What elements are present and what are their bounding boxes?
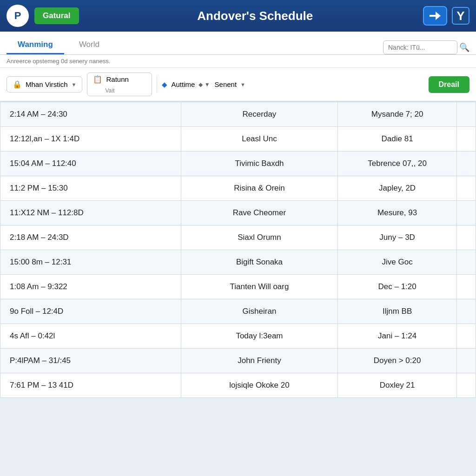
event-cell: Siaxl Orumn [181,225,338,250]
detail-cell: Japley, 2D [338,176,457,201]
detail-cell: Doyen > 0:20 [338,349,457,373]
extra-cell [456,152,476,176]
time-cell: 2:18 AM – 24:3D [0,225,181,250]
page-title: Andover's Schedule [87,9,423,23]
event-cell: Recerday [181,102,338,127]
toolbar: 🔒 Mhan Virstich ▼ 📋 Ratunn Vait ◆ Auttim… [0,68,476,102]
event-cell: John Frienty [181,349,338,373]
event-cell: lojsiqle Okoke 20 [181,373,338,398]
table-row: 11:X12 NM – 112:8D Rave Cheomer Mesure, … [0,201,476,225]
table-row: 1:08 Am – 9:322 Tianten Will oarg Dec – … [0,275,476,299]
chevron-down-icon: ▼ [72,82,77,87]
detail-cell: Doxley 21 [338,373,457,398]
time-cell: P:4lPAM – 31/:45 [0,349,181,373]
table-row: 4s Afl – 0:42l Today l:3eam Jani – 1:24 [0,324,476,349]
tab-bar: Wanming World 🔍 [0,32,476,55]
event-cell: Gisheiran [181,299,338,324]
time-cell: 4s Afl – 0:42l [0,324,181,349]
toolbar-divider [157,76,157,93]
dropdown-auttime[interactable]: ◆ Auttime ◆ ▼ [162,80,210,89]
extra-cell [456,250,476,275]
table-row: 15:00 8m – 12:31 Bigift Sonaka Jive Goc [0,250,476,275]
auttime-icons: ◆ ▼ [198,81,210,88]
app-button[interactable]: Gatural [34,7,79,24]
logo-icon: P [7,5,29,27]
table-row: P:4lPAM – 31/:45 John Frienty Doyen > 0:… [0,349,476,373]
detail-cell: Juny – 3D [338,225,457,250]
diamond-icon: ◆ [162,80,167,89]
list-icon: 📋 [93,75,102,84]
lock-icon: 🔒 [13,80,22,89]
extra-cell [456,176,476,201]
event-cell: Today l:3eam [181,324,338,349]
event-cell: Rave Cheomer [181,201,338,225]
event-cell: Tianten Will oarg [181,275,338,299]
detail-cell: Tebrence 07,, 20 [338,152,457,176]
main-content: Wanming World 🔍 Anreerce opstemeg 0d sen… [0,32,476,398]
subtitle-text: Anreerce opstemeg 0d senery naness. [0,55,476,68]
table-row: 2:18 AM – 24:3D Siaxl Orumn Juny – 3D [0,225,476,250]
time-cell: 15:04 AM – 112:40 [0,152,181,176]
extra-cell [456,127,476,152]
detail-cell: Dec – 1:20 [338,275,457,299]
senent-label: Senent [215,80,237,88]
event-cell: Risina & Orein [181,176,338,201]
extra-cell [456,225,476,250]
time-cell: 11:2 PM – 15:30 [0,176,181,201]
dropdown-ratunn[interactable]: 📋 Ratunn Vait [87,73,152,96]
detail-cell: Jive Goc [338,250,457,275]
time-cell: 11:X12 NM – 112:8D [0,201,181,225]
extra-cell [456,373,476,398]
arrow-button[interactable] [423,6,447,26]
table-row: 12:12l,an – 1X 1:4D Leasl Unc Dadie 81 [0,127,476,152]
auttime-label: Auttime [171,80,195,88]
dreail-button[interactable]: Dreail [429,76,469,93]
dropdown1-label: Mhan Virstich [26,80,68,88]
extra-cell [456,201,476,225]
event-cell: Bigift Sonaka [181,250,338,275]
dropdown2-label: Ratunn [106,75,128,83]
table-row: 9o Foll – 12:4D Gisheiran Iljnm BB [0,299,476,324]
search-container: 🔍 [383,40,469,54]
time-cell: 7:61 PM – 13 41D [0,373,181,398]
detail-cell: Mesure, 93 [338,201,457,225]
detail-cell: Iljnm BB [338,299,457,324]
table-row: 15:04 AM – 112:40 Tivimic Baxdh Tebrence… [0,152,476,176]
y-button[interactable]: Y [452,7,469,25]
time-cell: 15:00 8m – 12:31 [0,250,181,275]
extra-cell [456,299,476,324]
table-row: 2:14 AM – 24:30 Recerday Mysande 7; 20 [0,102,476,127]
app-header: P Gatural Andover's Schedule Y [0,0,476,32]
tab-world[interactable]: World [68,36,111,54]
dropdown2-sublabel: Vait [93,87,114,94]
time-cell: 12:12l,an – 1X 1:4D [0,127,181,152]
extra-cell [456,275,476,299]
search-input[interactable] [383,40,457,54]
table-row: 7:61 PM – 13 41D lojsiqle Okoke 20 Doxle… [0,373,476,398]
dropdown-mhan-virstich[interactable]: 🔒 Mhan Virstich ▼ [7,76,82,93]
table-row: 11:2 PM – 15:30 Risina & Orein Japley, 2… [0,176,476,201]
schedule-table: 2:14 AM – 24:30 Recerday Mysande 7; 20 1… [0,102,476,398]
time-cell: 1:08 Am – 9:322 [0,275,181,299]
tab-wanming[interactable]: Wanming [7,36,64,54]
search-icon-button[interactable]: 🔍 [459,42,469,53]
extra-cell [456,102,476,127]
dropdown-senent[interactable]: Senent ▼ [215,80,245,88]
detail-cell: Jani – 1:24 [338,324,457,349]
event-cell: Leasl Unc [181,127,338,152]
extra-cell [456,349,476,373]
time-cell: 2:14 AM – 24:30 [0,102,181,127]
detail-cell: Dadie 81 [338,127,457,152]
event-cell: Tivimic Baxdh [181,152,338,176]
senent-chevron-icon: ▼ [240,82,245,87]
time-cell: 9o Foll – 12:4D [0,299,181,324]
extra-cell [456,324,476,349]
detail-cell: Mysande 7; 20 [338,102,457,127]
